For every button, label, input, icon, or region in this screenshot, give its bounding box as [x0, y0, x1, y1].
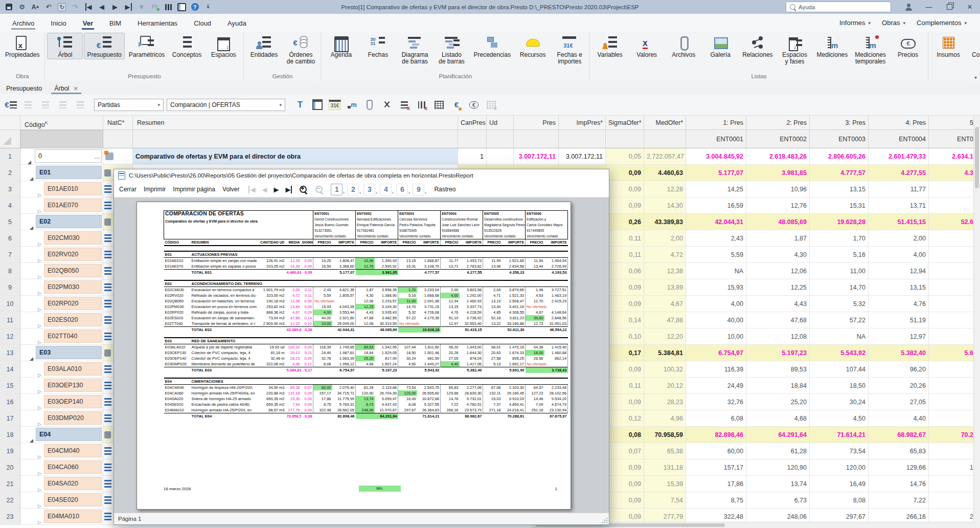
- view-tab-arbol[interactable]: Árbol✕: [48, 83, 84, 94]
- ribbon-button-archivos[interactable]: Archivos: [666, 33, 701, 59]
- offer-1-cell[interactable]: 6.754,97: [686, 345, 746, 361]
- offer-4-cell[interactable]: 13,15: [869, 279, 929, 296]
- more-icon[interactable]: ▾: [202, 2, 214, 12]
- menu-tab-herramientas[interactable]: Herramientas: [130, 16, 185, 30]
- ribbon-button-insumos[interactable]: Insumos: [930, 33, 966, 59]
- offer-5-cell[interactable]: [929, 492, 974, 509]
- offer-3-cell[interactable]: 120,00: [810, 459, 869, 476]
- medofer-cell[interactable]: 70.958,59: [644, 427, 686, 443]
- offer-5-cell[interactable]: [929, 443, 974, 459]
- menu-tab-ver[interactable]: Ver: [76, 16, 100, 30]
- sigmaofer-cell[interactable]: 0,09: [606, 181, 644, 197]
- collapsed-icon[interactable]: ▷: [38, 318, 41, 328]
- medofer-cell[interactable]: 14,30: [644, 197, 686, 214]
- column-header-can[interactable]: CanPres: [458, 116, 487, 130]
- menu-tab-bim[interactable]: BIM: [102, 16, 128, 30]
- ribbon-button-variables[interactable]: Variables: [592, 33, 628, 59]
- offer-5-cell[interactable]: [929, 476, 974, 492]
- chart-icon[interactable]: [163, 2, 174, 12]
- collapsed-icon[interactable]: ▷: [38, 514, 41, 525]
- ribbon-button-espacios[interactable]: Espacios: [206, 33, 241, 59]
- menu-complementos[interactable]: Complementos▾: [917, 19, 967, 27]
- code-cell[interactable]: ▷E04SE020: [20, 492, 103, 509]
- collapsed-icon[interactable]: ▷: [38, 187, 41, 197]
- code-cell[interactable]: ◢E02: [20, 214, 103, 230]
- offer-5-cell[interactable]: [929, 197, 974, 214]
- code-cell[interactable]: ▷E03DMP020: [20, 410, 103, 427]
- column-header-nat[interactable]: NatC*: [103, 116, 133, 130]
- minimize-button[interactable]: —: [919, 0, 939, 14]
- last-record-icon[interactable]: ▶: [123, 2, 134, 12]
- column-header-o3[interactable]: 3: Pres: [810, 116, 869, 130]
- code-cell[interactable]: ◢E01: [20, 165, 103, 181]
- expand-icon[interactable]: ◢: [30, 170, 33, 181]
- restore-button[interactable]: [939, 0, 960, 14]
- sigmaofer-cell[interactable]: 0,09: [606, 197, 644, 214]
- offer-3-cell[interactable]: 14,70: [810, 279, 869, 296]
- medofer-cell[interactable]: 20,12: [644, 378, 686, 394]
- code-cell[interactable]: ▷E04CM040: [20, 443, 103, 459]
- next-page-icon[interactable]: ▶: [274, 186, 279, 193]
- column-header-pres[interactable]: Pres: [514, 116, 559, 130]
- sigmaofer-cell[interactable]: 0,11: [606, 247, 644, 263]
- report-dialog-titlebar[interactable]: C:\Users\Public\Presto\26.00\Reports\05 …: [114, 169, 609, 182]
- offer-1-cell[interactable]: 4,00: [686, 296, 746, 312]
- offer-4-cell[interactable]: 68.982,67: [869, 427, 929, 443]
- ribbon-button-espacios-y-fases[interactable]: Espaciosy fases: [777, 33, 813, 66]
- ribbon-button-conceptos[interactable]: Conceptos: [169, 33, 204, 59]
- delete-rows-icon[interactable]: x: [398, 98, 411, 112]
- code-cell[interactable]: ◢E03: [20, 345, 103, 361]
- offer-1-cell[interactable]: 10,00: [686, 328, 746, 345]
- column-header-imp[interactable]: ImpPres*: [559, 116, 606, 130]
- offer-5-cell[interactable]: [929, 263, 974, 279]
- sigmaofer-cell[interactable]: 0,17: [606, 345, 644, 361]
- ribbon-button-entidades[interactable]: Entidades: [246, 33, 282, 59]
- sigmaofer-cell[interactable]: 0,11: [606, 230, 644, 247]
- offer-4-cell[interactable]: 96,20: [869, 361, 929, 378]
- offer-1-cell[interactable]: 17,86: [686, 476, 746, 492]
- ud-cell[interactable]: [487, 148, 514, 165]
- offer-4-cell[interactable]: 12,94: [869, 263, 929, 279]
- offer-4-cell[interactable]: 2,00: [869, 230, 929, 247]
- offer-1-cell[interactable]: 24,49: [686, 378, 746, 394]
- ribbon-button-ordenes-de-cambio[interactable]: €Órdenesde cambio: [283, 33, 318, 66]
- offer-3-cell[interactable]: 73,54: [810, 443, 869, 459]
- close-button[interactable]: ✕: [960, 0, 980, 14]
- offer-5-cell[interactable]: [929, 230, 974, 247]
- code-cell[interactable]: ▷E02CM030: [20, 230, 103, 247]
- offer-1-cell[interactable]: 82.898,46: [686, 427, 746, 443]
- offer-3-cell[interactable]: 107,44: [810, 361, 869, 378]
- medofer-cell[interactable]: 100,32: [644, 361, 686, 378]
- offer-3-cell[interactable]: 18,50: [810, 378, 869, 394]
- canpres-cell[interactable]: 1: [458, 148, 487, 165]
- medofer-cell[interactable]: 4,96: [644, 410, 686, 427]
- view-scheme-select[interactable]: Comparación | OFERTAS▾: [167, 99, 285, 111]
- sigmaofer-cell[interactable]: 0,07: [606, 443, 644, 459]
- offer-5-cell[interactable]: [929, 296, 974, 312]
- close-report-button[interactable]: Cerrar: [119, 186, 136, 193]
- offer-3-cell[interactable]: 5,32: [810, 296, 869, 312]
- user-account-icon[interactable]: [898, 0, 919, 14]
- offer-2-cell[interactable]: 18,84: [746, 378, 810, 394]
- offer-4-cell[interactable]: 7,22: [869, 492, 929, 509]
- summary-grid-icon[interactable]: [432, 98, 446, 112]
- medofer-cell[interactable]: 4,67: [644, 296, 686, 312]
- column-header-med[interactable]: MedOfer*: [644, 116, 686, 130]
- ribbon-button-valores[interactable]: XValores: [629, 33, 665, 59]
- offer-1-cell[interactable]: 14,25: [686, 181, 746, 197]
- expand-icon[interactable]: ◢: [30, 219, 33, 230]
- offer-4-cell[interactable]: 4.277,55: [869, 165, 929, 181]
- offer-5-cell[interactable]: 1: [929, 459, 974, 476]
- offer-1-cell[interactable]: NA: [686, 263, 746, 279]
- offer-2-cell[interactable]: 1,87: [746, 230, 810, 247]
- medofer-cell[interactable]: 12,38: [644, 263, 686, 279]
- resize-grip[interactable]: [602, 517, 608, 523]
- font-size-icon[interactable]: AA: [30, 2, 41, 12]
- previous-record-icon[interactable]: ◀: [96, 2, 107, 12]
- column-header-o4[interactable]: 4: Pres: [869, 116, 929, 130]
- window-periods-icon[interactable]: [311, 98, 324, 112]
- offer-5-cell[interactable]: 2.634.1: [929, 148, 974, 165]
- offer-2-cell[interactable]: 12,76: [746, 197, 810, 214]
- offer-1-cell[interactable]: 60,00: [686, 443, 746, 459]
- collapsed-icon[interactable]: ▷: [38, 236, 41, 247]
